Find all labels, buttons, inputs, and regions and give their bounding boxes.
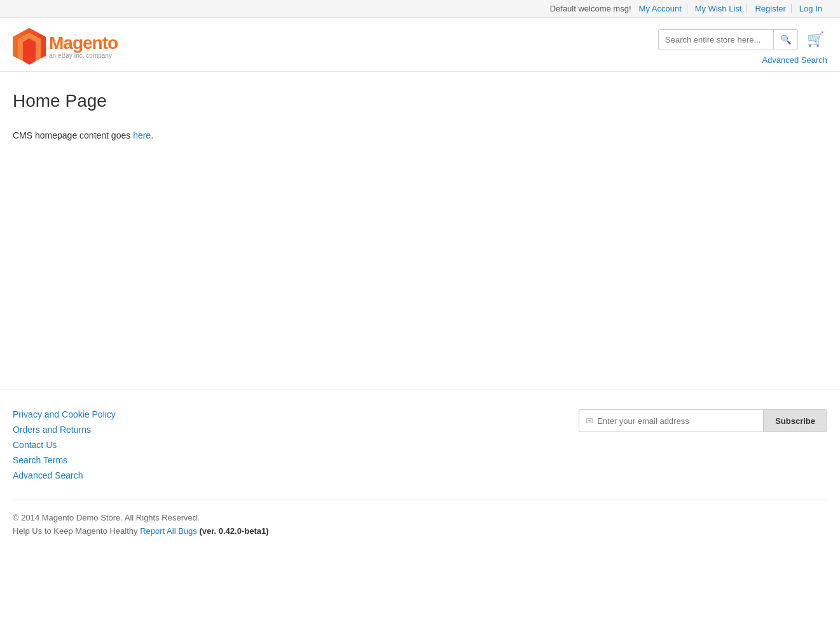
help-text-row: Help Us to Keep Magento Healthy Report A… (13, 526, 827, 536)
logo-area: Magento an eBay Inc. company (13, 28, 118, 65)
header: Magento an eBay Inc. company 🔍 🛒 Advance… (0, 18, 840, 72)
cms-text-after: . (151, 130, 153, 140)
log-in-link[interactable]: Log In (794, 4, 827, 13)
search-button[interactable]: 🔍 (773, 30, 797, 49)
main-content: Home Page CMS homepage content goes here… (0, 72, 840, 390)
footer-link-item[interactable]: Privacy and Cookie Policy (13, 409, 116, 419)
footer-link-item[interactable]: Contact Us (13, 440, 116, 450)
help-text: Help Us to Keep Magento Healthy (13, 526, 140, 536)
page-title: Home Page (13, 91, 827, 118)
footer-link-item[interactable]: Advanced Search (13, 470, 116, 480)
email-icon: ✉ (586, 416, 593, 426)
cms-content: CMS homepage content goes here. (13, 130, 827, 140)
search-row: 🔍 🛒 (658, 27, 827, 51)
magento-logo[interactable]: Magento an eBay Inc. company (13, 28, 118, 65)
logo-sub: an eBay Inc. company (49, 52, 118, 59)
my-wish-list-link[interactable]: My Wish List (690, 4, 748, 13)
email-input-wrapper: ✉ (579, 409, 763, 432)
footer-link-item[interactable]: Search Terms (13, 455, 116, 465)
header-right: 🔍 🛒 Advanced Search (658, 27, 827, 65)
subscribe-button[interactable]: Subscribe (763, 409, 827, 432)
footer-links: Privacy and Cookie PolicyOrders and Retu… (13, 409, 116, 480)
copyright-text: © 2014 Magento Demo Store. All Rights Re… (13, 513, 827, 522)
footer-bottom: © 2014 Magento Demo Store. All Rights Re… (13, 500, 827, 536)
svg-marker-2 (23, 38, 36, 65)
register-link[interactable]: Register (750, 4, 791, 13)
cms-text-before: CMS homepage content goes (13, 130, 133, 140)
my-account-link[interactable]: My Account (634, 4, 687, 13)
email-input[interactable] (597, 416, 757, 426)
newsletter-area: ✉ Subscribe (579, 409, 827, 432)
welcome-message: Default welcome msg! (550, 4, 631, 13)
advanced-search-header-link[interactable]: Advanced Search (762, 55, 827, 65)
logo-name: Magento (49, 33, 118, 53)
report-bugs-link[interactable]: Report All Bugs (140, 526, 197, 536)
logo-text: Magento an eBay Inc. company (49, 33, 118, 59)
cms-here-link[interactable]: here (133, 130, 151, 140)
footer: Privacy and Cookie PolicyOrders and Retu… (0, 390, 840, 552)
cart-icon[interactable]: 🛒 (803, 27, 827, 51)
footer-link-item[interactable]: Orders and Returns (13, 425, 116, 435)
search-input[interactable] (659, 30, 773, 50)
version-text: (ver. 0.42.0-beta1) (199, 526, 268, 536)
search-box: 🔍 (658, 29, 798, 50)
footer-inner: Privacy and Cookie PolicyOrders and Retu… (13, 409, 827, 480)
top-bar: Default welcome msg! My Account My Wish … (0, 0, 840, 18)
